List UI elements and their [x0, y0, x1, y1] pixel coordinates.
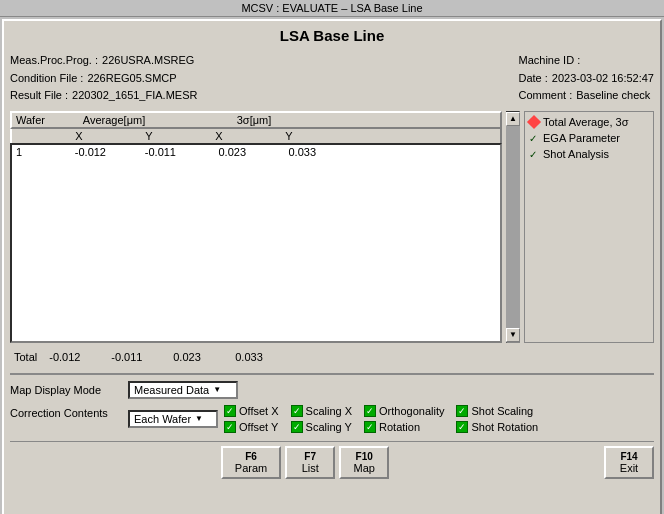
- scaling-y-item: ✓ Scaling Y: [291, 421, 352, 433]
- diamond-icon: [527, 115, 541, 129]
- machine-id-row: Machine ID :: [518, 52, 654, 70]
- scaling-x-item: ✓ Scaling X: [291, 405, 352, 417]
- correction-contents-row: Correction Contents Each Wafer ▼ ✓ Offse…: [10, 405, 654, 433]
- sig-x-header: X: [184, 130, 254, 142]
- scaling-x-check[interactable]: ✓: [291, 405, 303, 417]
- map-display-arrow: ▼: [213, 385, 221, 394]
- total-average-label: Total Average, 3σ: [543, 116, 628, 128]
- offset-x-check[interactable]: ✓: [224, 405, 236, 417]
- wafer-col-header: Wafer: [16, 114, 44, 126]
- f14-key: F14: [618, 451, 640, 462]
- total-avg-y: -0.011: [111, 351, 161, 363]
- avg-y-val: -0.011: [114, 146, 184, 158]
- offset-x-label: Offset X: [239, 405, 279, 417]
- f10-key: F10: [353, 451, 375, 462]
- sig-y-header: Y: [254, 130, 324, 142]
- sig-y-val: 0.033: [254, 146, 324, 158]
- shot-rotation-check[interactable]: ✓: [456, 421, 468, 433]
- offset-x-item: ✓ Offset X: [224, 405, 279, 417]
- main-window: LSA Base Line Meas.Proc.Prog. : 226USRA.…: [2, 19, 662, 514]
- avg-y-header: Y: [114, 130, 184, 142]
- map-display-value: Measured Data: [134, 384, 209, 396]
- shot-analysis-label: Shot Analysis: [543, 148, 609, 160]
- scroll-track: [506, 126, 520, 328]
- footer-bar: F6 Param F7 List F10 Map F14 Exit: [10, 441, 654, 479]
- meas-proc-label: Meas.Proc.Prog. :: [10, 52, 98, 70]
- rotation-label: Rotation: [379, 421, 420, 433]
- avg-col-header: Average[μm]: [44, 114, 184, 126]
- offset-y-label: Offset Y: [239, 421, 278, 433]
- wafer-num: 1: [16, 146, 44, 158]
- f6-key: F6: [235, 451, 267, 462]
- offset-y-check[interactable]: ✓: [224, 421, 236, 433]
- shot-scaling-item: ✓ Shot Scaling: [456, 405, 538, 417]
- f6-label: Param: [235, 462, 267, 474]
- total-avg-x: -0.012: [49, 351, 99, 363]
- result-file-value: 220302_1651_FIA.MESR: [72, 87, 197, 105]
- ega-param-label: EGA Parameter: [543, 132, 620, 144]
- f7-key: F7: [299, 451, 321, 462]
- comment-row: Comment : Baseline check: [518, 87, 654, 105]
- comment-value: Baseline check: [576, 87, 650, 105]
- map-display-label: Map Display Mode: [10, 384, 120, 396]
- info-right: Machine ID : Date : 2023-03-02 16:52:47 …: [518, 52, 654, 105]
- orthogonality-check[interactable]: ✓: [364, 405, 376, 417]
- condition-file-label: Condition File :: [10, 70, 83, 88]
- meas-proc-value: 226USRA.MSREG: [102, 52, 194, 70]
- f10-label: Map: [353, 462, 375, 474]
- side-panel: Total Average, 3σ ✓ EGA Parameter ✓ Shot…: [524, 111, 654, 343]
- scaling-y-check[interactable]: ✓: [291, 421, 303, 433]
- total-label: Total: [14, 351, 37, 363]
- title-text: MCSV : EVALUATE – LSA Base Line: [241, 2, 422, 14]
- orthogonality-label: Orthogonality: [379, 405, 444, 417]
- map-display-dropdown[interactable]: Measured Data ▼: [128, 381, 238, 399]
- scaling-x-label: Scaling X: [306, 405, 352, 417]
- scroll-down-button[interactable]: ▼: [506, 328, 520, 342]
- rotation-check[interactable]: ✓: [364, 421, 376, 433]
- info-left: Meas.Proc.Prog. : 226USRA.MSREG Conditio…: [10, 52, 197, 105]
- condition-file-row: Condition File : 226REG05.SMCP: [10, 70, 197, 88]
- correction-label: Correction Contents: [10, 405, 120, 419]
- info-section: Meas.Proc.Prog. : 226USRA.MSREG Conditio…: [10, 52, 654, 105]
- shot-analysis-item[interactable]: ✓ Shot Analysis: [529, 148, 649, 160]
- comment-label: Comment :: [518, 87, 572, 105]
- date-label: Date :: [518, 70, 547, 88]
- total-sig-x: 0.023: [173, 351, 223, 363]
- table-area: Wafer Average[μm] 3σ[μm] X Y X Y 1 -0.0: [10, 111, 654, 343]
- sig-x-val: 0.023: [184, 146, 254, 158]
- date-value: 2023-03-02 16:52:47: [552, 70, 654, 88]
- sigma-col-header: 3σ[μm]: [184, 114, 324, 126]
- date-row: Date : 2023-03-02 16:52:47: [518, 70, 654, 88]
- offset-y-item: ✓ Offset Y: [224, 421, 279, 433]
- total-average-item[interactable]: Total Average, 3σ: [529, 116, 649, 128]
- correction-dropdown-value: Each Wafer: [134, 413, 191, 425]
- shot-rotation-item: ✓ Shot Rotation: [456, 421, 538, 433]
- f14-exit-button[interactable]: F14 Exit: [604, 446, 654, 479]
- table-section: Wafer Average[μm] 3σ[μm] X Y X Y 1 -0.0: [10, 111, 502, 343]
- ega-param-item[interactable]: ✓ EGA Parameter: [529, 132, 649, 144]
- map-display-row: Map Display Mode Measured Data ▼: [10, 381, 654, 399]
- orthogonality-item: ✓ Orthogonality: [364, 405, 444, 417]
- data-table[interactable]: 1 -0.012 -0.011 0.023 0.033: [10, 143, 502, 343]
- machine-id-label: Machine ID :: [518, 52, 580, 70]
- correction-items-grid: ✓ Offset X ✓ Scaling X ✓ Orthogonality ✓…: [224, 405, 538, 433]
- total-sig-y: 0.033: [235, 351, 285, 363]
- shot-rotation-label: Shot Rotation: [471, 421, 538, 433]
- avg-x-val: -0.012: [44, 146, 114, 158]
- table-header-row: Wafer Average[μm] 3σ[μm]: [10, 111, 502, 129]
- correction-dropdown[interactable]: Each Wafer ▼: [128, 410, 218, 428]
- f7-label: List: [299, 462, 321, 474]
- scrollbar[interactable]: ▲ ▼: [506, 111, 520, 343]
- f6-param-button[interactable]: F6 Param: [221, 446, 281, 479]
- shot-check-icon: ✓: [529, 149, 539, 159]
- ega-check-icon: ✓: [529, 133, 539, 143]
- result-file-label: Result File :: [10, 87, 68, 105]
- f10-map-button[interactable]: F10 Map: [339, 446, 389, 479]
- total-row: Total -0.012 -0.011 0.023 0.033: [10, 347, 654, 367]
- scroll-up-button[interactable]: ▲: [506, 112, 520, 126]
- rotation-item: ✓ Rotation: [364, 421, 444, 433]
- correction-dropdown-wrapper: Each Wafer ▼ ✓ Offset X ✓ Scaling X ✓ Or…: [128, 405, 538, 433]
- f7-list-button[interactable]: F7 List: [285, 446, 335, 479]
- shot-scaling-check[interactable]: ✓: [456, 405, 468, 417]
- bottom-section: Map Display Mode Measured Data ▼ Correct…: [10, 373, 654, 433]
